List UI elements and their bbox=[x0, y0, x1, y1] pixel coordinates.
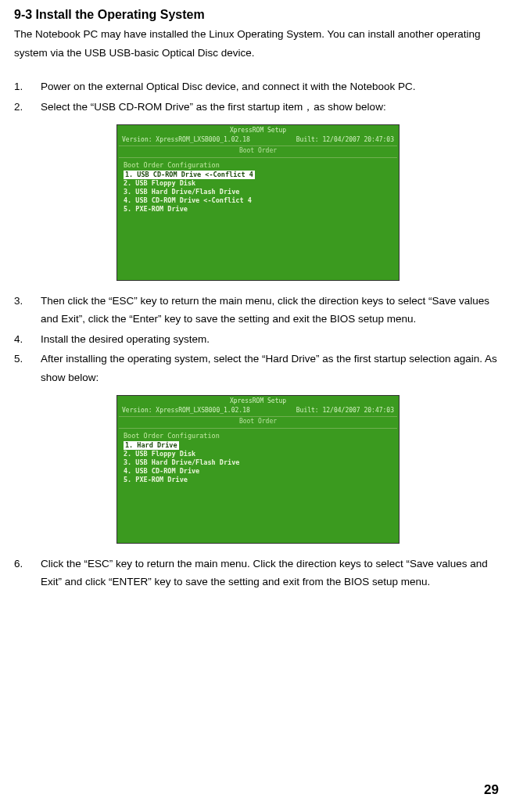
bios-setup-title: XpressROM Setup bbox=[117, 125, 399, 135]
bios-item: 2. USB Floppy Disk bbox=[124, 179, 392, 188]
bios-version: Version: XpressROM_LXSB000_1.02.18 bbox=[122, 407, 250, 415]
bios-item: 4. USB CD-ROM Drive bbox=[124, 467, 392, 476]
step-text: After installing the operating system, s… bbox=[41, 350, 502, 386]
bios-selected-item: 1. USB CD-ROM Drive <-Conflict 4 bbox=[124, 171, 255, 179]
bios-item: 2. USB Floppy Disk bbox=[124, 450, 392, 458]
bios-setup-title: XpressROM Setup bbox=[117, 396, 399, 405]
bios-selected-item: 1. Hard Drive bbox=[124, 441, 179, 450]
steps-list: 3. Then click the “ESC” key to return th… bbox=[14, 292, 502, 387]
step-number: 4. bbox=[14, 330, 41, 349]
section-heading: 9-3 Install the Operating System bbox=[14, 8, 502, 22]
steps-list: 1. Power on the external Optical Disc de… bbox=[14, 77, 502, 116]
steps-list: 6. Click the “ESC” key to return the mai… bbox=[14, 555, 502, 591]
bios-boot-order: Boot Order bbox=[117, 146, 399, 156]
step-item: 1. Power on the external Optical Disc de… bbox=[14, 77, 502, 96]
step-text: Select the “USB CD-ROM Drive” as the fir… bbox=[41, 98, 502, 117]
step-text: Install the desired operating system. bbox=[41, 330, 502, 349]
step-number: 5. bbox=[14, 350, 41, 386]
step-item: 5. After installing the operating system… bbox=[14, 350, 502, 386]
step-text: Then click the “ESC” key to return the m… bbox=[41, 292, 502, 329]
bios-config-label: Boot Order Configuration bbox=[124, 161, 392, 170]
step-number: 1. bbox=[14, 77, 41, 96]
bios-config-label: Boot Order Configuration bbox=[124, 432, 392, 440]
bios-item: 5. PXE-ROM Drive bbox=[124, 476, 392, 484]
page-number: 29 bbox=[484, 782, 499, 798]
bios-body: Boot Order Configuration 1. Hard Drive 2… bbox=[117, 429, 399, 487]
step-item: 3. Then click the “ESC” key to return th… bbox=[14, 292, 502, 329]
step-text: Power on the external Optical Disc devic… bbox=[41, 77, 502, 96]
step-text: Click the “ESC” key to return the main m… bbox=[41, 555, 502, 591]
step-item: 6. Click the “ESC” key to return the mai… bbox=[14, 555, 502, 591]
bios-header: Version: XpressROM_LXSB000_1.02.18 Built… bbox=[117, 405, 399, 416]
bios-version: Version: XpressROM_LXSB000_1.02.18 bbox=[122, 136, 250, 144]
bios-screenshot-1: XpressROM Setup Version: XpressROM_LXSB0… bbox=[14, 124, 502, 281]
intro-paragraph: The Notebook PC may have installed the L… bbox=[14, 25, 502, 62]
bios-item: 3. USB Hard Drive/Flash Drive bbox=[124, 188, 392, 196]
bios-item: 3. USB Hard Drive/Flash Drive bbox=[124, 458, 392, 467]
bios-item: 5. PXE-ROM Drive bbox=[124, 205, 392, 214]
step-number: 6. bbox=[14, 555, 41, 591]
step-number: 3. bbox=[14, 292, 41, 329]
bios-built: Built: 12/04/2007 20:47:03 bbox=[296, 136, 394, 144]
bios-screenshot-2: XpressROM Setup Version: XpressROM_LXSB0… bbox=[14, 395, 502, 544]
bios-screen: XpressROM Setup Version: XpressROM_LXSB0… bbox=[116, 395, 400, 544]
bios-screen: XpressROM Setup Version: XpressROM_LXSB0… bbox=[116, 124, 400, 281]
step-number: 2. bbox=[14, 98, 41, 117]
bios-boot-order: Boot Order bbox=[117, 417, 399, 427]
step-item: 2. Select the “USB CD-ROM Drive” as the … bbox=[14, 98, 502, 117]
step-item: 4. Install the desired operating system. bbox=[14, 330, 502, 349]
bios-header: Version: XpressROM_LXSB000_1.02.18 Built… bbox=[117, 135, 399, 146]
bios-built: Built: 12/04/2007 20:47:03 bbox=[296, 407, 394, 415]
bios-body: Boot Order Configuration 1. USB CD-ROM D… bbox=[117, 158, 399, 217]
bios-item: 4. USB CD-ROM Drive <-Conflict 4 bbox=[124, 196, 392, 205]
